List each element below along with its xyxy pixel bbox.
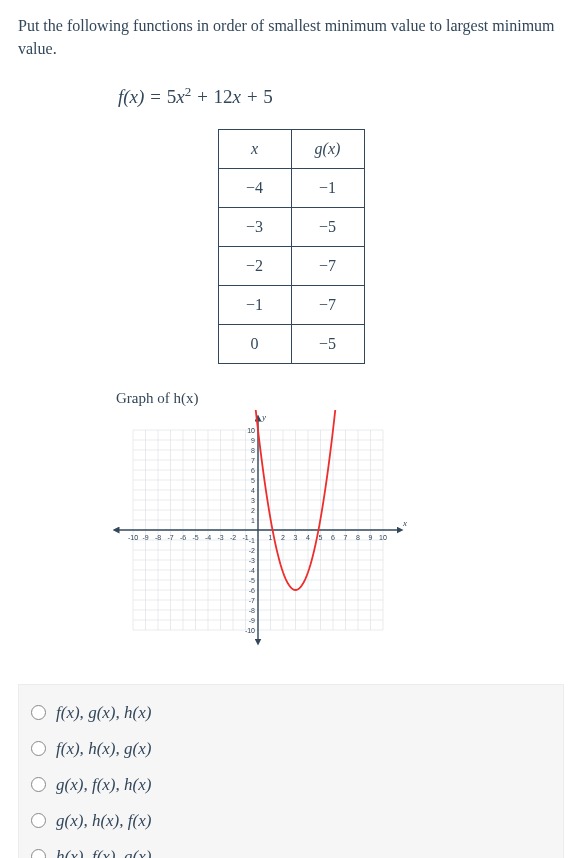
table-cell: −4	[218, 168, 291, 207]
svg-text:-8: -8	[249, 607, 255, 614]
answer-option-2[interactable]: f(x), h(x), g(x)	[31, 731, 551, 767]
svg-text:2: 2	[281, 534, 285, 541]
table-cell: −7	[291, 285, 364, 324]
svg-text:-9: -9	[249, 617, 255, 624]
svg-text:4: 4	[251, 487, 255, 494]
svg-text:-5: -5	[192, 534, 198, 541]
table-cell: −7	[291, 246, 364, 285]
svg-text:-1: -1	[242, 534, 248, 541]
answer-option-5[interactable]: h(x), f(x), g(x)	[31, 839, 551, 858]
svg-text:-2: -2	[230, 534, 236, 541]
svg-text:x: x	[402, 518, 407, 528]
svg-text:8: 8	[356, 534, 360, 541]
table-header-gx: g(x)	[291, 129, 364, 168]
answer-option-label: f(x), g(x), h(x)	[56, 703, 151, 723]
svg-text:7: 7	[344, 534, 348, 541]
svg-text:1: 1	[251, 517, 255, 524]
svg-text:-4: -4	[249, 567, 255, 574]
answer-option-4[interactable]: g(x), h(x), f(x)	[31, 803, 551, 839]
answer-option-label: h(x), f(x), g(x)	[56, 847, 151, 858]
table-cell: −1	[291, 168, 364, 207]
svg-text:-9: -9	[142, 534, 148, 541]
table-cell: −2	[218, 246, 291, 285]
table-row: −1−7	[218, 285, 364, 324]
svg-text:-7: -7	[167, 534, 173, 541]
svg-text:3: 3	[251, 497, 255, 504]
svg-text:-3: -3	[249, 557, 255, 564]
svg-text:-4: -4	[205, 534, 211, 541]
function-formula: f(x) = 5x2 + 12x + 5	[18, 84, 564, 108]
svg-text:5: 5	[319, 534, 323, 541]
table-row: −4−1	[218, 168, 364, 207]
svg-text:5: 5	[251, 477, 255, 484]
table-row: −2−7	[218, 246, 364, 285]
svg-text:4: 4	[306, 534, 310, 541]
svg-text:y: y	[261, 412, 266, 422]
answer-option-3[interactable]: g(x), f(x), h(x)	[31, 767, 551, 803]
h-graph: x y -10-9-8-7-6-5-4-3-2-112345678910 -10…	[108, 410, 408, 650]
svg-text:-7: -7	[249, 597, 255, 604]
answer-option-label: g(x), h(x), f(x)	[56, 811, 151, 831]
svg-text:-10: -10	[245, 627, 255, 634]
svg-text:-5: -5	[249, 577, 255, 584]
svg-text:-8: -8	[155, 534, 161, 541]
table-header-row: x g(x)	[218, 129, 364, 168]
svg-text:10: 10	[247, 427, 255, 434]
svg-text:9: 9	[251, 437, 255, 444]
graph-label: Graph of h(x)	[116, 390, 564, 407]
svg-text:-3: -3	[217, 534, 223, 541]
table-cell: −3	[218, 207, 291, 246]
question-text: Put the following functions in order of …	[18, 14, 564, 60]
radio-icon[interactable]	[31, 741, 46, 756]
radio-icon[interactable]	[31, 777, 46, 792]
radio-icon[interactable]	[31, 705, 46, 720]
svg-text:-1: -1	[249, 537, 255, 544]
table-cell: −1	[218, 285, 291, 324]
answer-option-label: g(x), f(x), h(x)	[56, 775, 151, 795]
svg-text:6: 6	[251, 467, 255, 474]
table-cell: −5	[291, 207, 364, 246]
table-cell: 0	[218, 324, 291, 363]
svg-text:8: 8	[251, 447, 255, 454]
svg-text:2: 2	[251, 507, 255, 514]
svg-text:9: 9	[369, 534, 373, 541]
answer-option-1[interactable]: f(x), g(x), h(x)	[31, 695, 551, 731]
svg-text:6: 6	[331, 534, 335, 541]
answer-options: f(x), g(x), h(x)f(x), h(x), g(x)g(x), f(…	[18, 684, 564, 858]
svg-text:1: 1	[269, 534, 273, 541]
table-row: 0−5	[218, 324, 364, 363]
radio-icon[interactable]	[31, 813, 46, 828]
svg-text:3: 3	[294, 534, 298, 541]
svg-text:-6: -6	[180, 534, 186, 541]
svg-text:-2: -2	[249, 547, 255, 554]
g-table: x g(x) −4−1−3−5−2−7−1−70−5	[218, 129, 365, 364]
svg-text:10: 10	[379, 534, 387, 541]
radio-icon[interactable]	[31, 849, 46, 858]
answer-option-label: f(x), h(x), g(x)	[56, 739, 151, 759]
table-row: −3−5	[218, 207, 364, 246]
table-header-x: x	[218, 129, 291, 168]
svg-text:-6: -6	[249, 587, 255, 594]
svg-text:7: 7	[251, 457, 255, 464]
svg-text:-10: -10	[128, 534, 138, 541]
table-cell: −5	[291, 324, 364, 363]
